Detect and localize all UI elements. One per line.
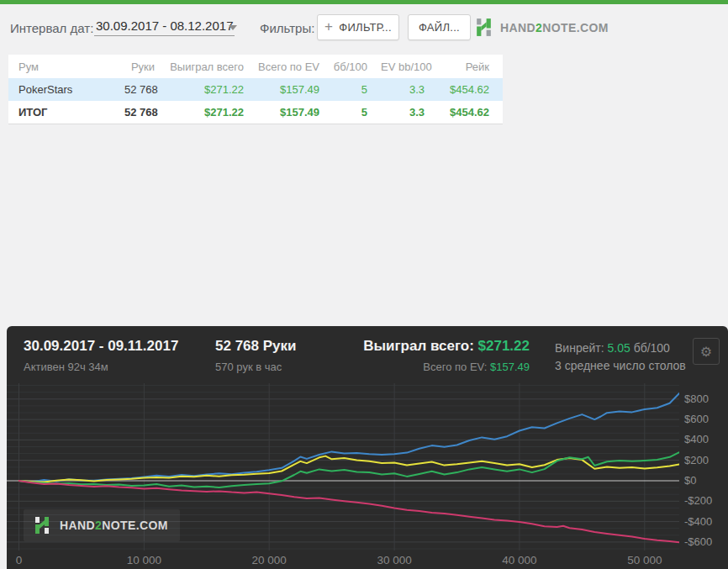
x-tick-label: 10 000 <box>127 554 161 566</box>
results-table: Рум Руки Выиграл всего Всего по EV бб/10… <box>8 55 503 124</box>
y-tick-label: $400 <box>684 433 709 445</box>
col-evbb100: EV bb/100 <box>381 61 438 73</box>
top-accent-bar <box>0 0 728 4</box>
stat-date-range: 30.09.2017 - 09.11.2017 Активен 92ч 34м <box>24 338 178 373</box>
date-interval-label: Интервал дат: <box>10 21 93 35</box>
stat-winrate: Винрейт: 5.05 бб/100 3 среднее число сто… <box>555 340 686 375</box>
y-tick-label: $800 <box>684 393 709 405</box>
chevron-down-icon <box>229 25 237 30</box>
y-tick-label: $0 <box>684 474 696 487</box>
chart-watermark: HAND2NOTE.COM <box>24 509 180 541</box>
x-tick-label: 30 000 <box>377 554 411 566</box>
x-tick-label: 50 000 <box>627 554 662 566</box>
hand2note-logo-icon <box>473 17 494 38</box>
stat-won-total: Выиграл всего: $271.22 Всего по EV: $157… <box>309 338 530 373</box>
stat-hands-per-hour: 570 рук в час <box>215 361 296 373</box>
gear-icon: ⚙ <box>700 344 712 360</box>
y-tick-label: -$400 <box>684 515 712 528</box>
col-hands: Руки <box>124 61 168 73</box>
stat-avg-tables: 3 среднее число столов <box>555 357 686 375</box>
table-header-row: Рум Руки Выиграл всего Всего по EV бб/10… <box>8 55 503 78</box>
x-tick-label: 20 000 <box>252 554 287 566</box>
logo-text: HAND2NOTE.COM <box>500 21 609 34</box>
winnings-chart: $800$600$400$200$0-$200-$400-$600 010 00… <box>7 383 728 569</box>
x-tick-label: 0 <box>16 554 23 566</box>
hand2note-watermark-icon <box>32 515 52 535</box>
stat-ev-total: Всего по EV: $157.49 <box>309 361 530 373</box>
hand2note-logo: HAND2NOTE.COM <box>473 17 609 38</box>
date-interval-dropdown[interactable]: 30.09.2017 - 08.12.2017 <box>94 18 235 36</box>
won-value: $271.22 <box>478 338 530 354</box>
stat-active-time: Активен 92ч 34м <box>24 361 178 373</box>
graph-settings-button[interactable]: ⚙ <box>693 338 720 365</box>
watermark-text: HAND2NOTE.COM <box>60 519 168 532</box>
y-tick-label: -$200 <box>684 494 712 507</box>
y-tick-label: -$600 <box>684 535 712 548</box>
col-bb100: бб/100 <box>333 61 381 73</box>
file-button[interactable]: ФАЙЛ... <box>408 14 471 40</box>
winrate-value: 5.05 <box>607 341 630 355</box>
col-rake: Рейк <box>438 61 503 73</box>
table-row-pokerstars[interactable]: PokerStars 52 768 $271.22 $157.49 5 3.3 … <box>8 78 503 101</box>
stat-hands: 52 768 Руки 570 рук в час <box>215 338 296 373</box>
session-graph-panel: 30.09.2017 - 09.11.2017 Активен 92ч 34м … <box>7 326 728 569</box>
col-room: Рум <box>8 61 124 73</box>
filter-button[interactable]: + ФИЛЬТР... <box>317 14 399 40</box>
filters-label: Фильтры: <box>260 21 314 35</box>
plus-icon: + <box>324 18 333 35</box>
y-tick-label: $600 <box>684 413 709 425</box>
col-won-total: Выиграл всего <box>168 61 257 73</box>
y-tick-label: $200 <box>684 454 709 466</box>
x-tick-label: 40 000 <box>502 554 536 566</box>
table-row-total[interactable]: ИТОГ 52 768 $271.22 $157.49 5 3.3 $454.6… <box>8 101 503 124</box>
ev-value: $157.49 <box>490 361 530 373</box>
col-ev-total: Всего по EV <box>257 61 333 73</box>
